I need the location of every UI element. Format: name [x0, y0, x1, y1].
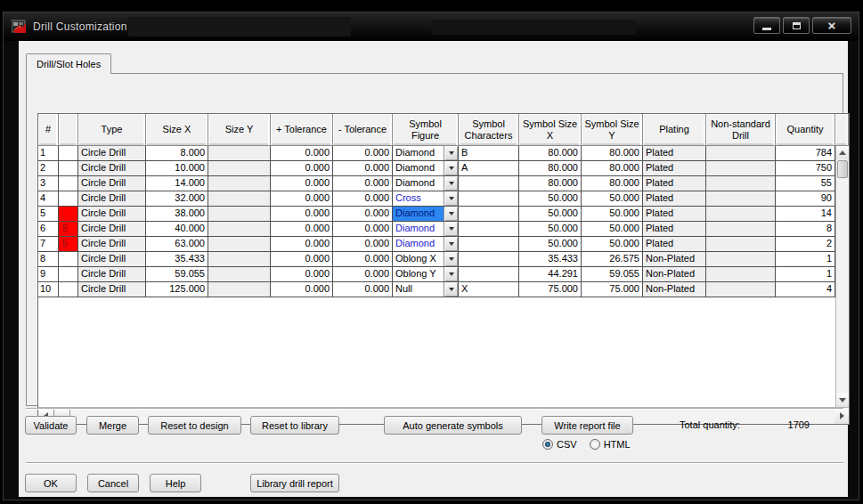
tab-drill-slot-holes[interactable]: Drill/Slot Holes: [26, 53, 111, 74]
cell-non_standard[interactable]: [706, 161, 776, 175]
cell-symbol_size_y[interactable]: 75.000: [582, 282, 643, 297]
cell-quantity[interactable]: 8: [776, 222, 835, 236]
maximize-button[interactable]: [783, 17, 810, 34]
cell-tol_minus[interactable]: 0.000: [333, 252, 393, 266]
cell-symbol_size_y[interactable]: 50.000: [582, 191, 643, 206]
cell-tol_minus[interactable]: 0.000: [333, 267, 393, 281]
cell-flag[interactable]: [59, 282, 78, 297]
vertical-scrollbar-thumb[interactable]: [837, 160, 848, 178]
cell-size_y[interactable]: [208, 267, 271, 281]
cell-tol_plus[interactable]: 0.000: [271, 222, 333, 236]
cell-tol_minus[interactable]: 0.000: [333, 161, 393, 175]
cell-type[interactable]: Circle Drill: [78, 237, 146, 251]
symbol-figure-value[interactable]: Oblong Y: [393, 267, 444, 281]
cell-tol_minus[interactable]: 0.000: [333, 146, 393, 160]
column-header-flag[interactable]: [59, 114, 78, 146]
cell-non_standard[interactable]: [706, 237, 776, 251]
vertical-scrollbar[interactable]: [835, 146, 849, 407]
cell-symbol_figure[interactable]: Null: [393, 282, 459, 297]
symbol-figure-dropdown[interactable]: [444, 176, 458, 191]
cell-symbol_size_x[interactable]: 35.433: [519, 252, 582, 266]
cell-symbol_chars[interactable]: [459, 207, 519, 221]
cell-type[interactable]: Circle Drill: [78, 161, 146, 175]
cell-symbol_size_x[interactable]: 50.000: [519, 237, 582, 251]
cell-tol_plus[interactable]: 0.000: [271, 161, 333, 175]
column-header-plating[interactable]: Plating: [643, 114, 706, 146]
cell-symbol_size_y[interactable]: 50.000: [582, 222, 643, 236]
cell-symbol_chars[interactable]: A: [459, 161, 519, 175]
cell-non_standard[interactable]: [706, 176, 776, 191]
radio-html[interactable]: HTML: [590, 439, 631, 450]
cell-symbol_size_y[interactable]: 80.000: [582, 146, 643, 160]
cell-tol_plus[interactable]: 0.000: [271, 252, 333, 266]
minimize-button[interactable]: [753, 17, 780, 34]
cell-plating[interactable]: Non-Plated: [643, 252, 706, 266]
cell-symbol_figure[interactable]: Oblong Y: [393, 267, 459, 281]
cell-symbol_figure[interactable]: Diamond: [393, 176, 459, 191]
symbol-figure-value[interactable]: Null: [393, 282, 444, 297]
symbol-figure-dropdown[interactable]: [444, 252, 458, 266]
cell-symbol_size_x[interactable]: 80.000: [519, 146, 582, 160]
cell-size_x[interactable]: 125.000: [146, 282, 208, 297]
cell-symbol_figure[interactable]: Diamond: [393, 146, 459, 160]
cell-plating[interactable]: Plated: [643, 207, 706, 221]
symbol-figure-value[interactable]: Diamond: [393, 237, 444, 251]
cell-flag[interactable]: 5: [59, 237, 78, 251]
column-header-size_x[interactable]: Size X: [146, 114, 208, 146]
write-report-file-button[interactable]: Write report file: [541, 416, 633, 435]
merge-button[interactable]: Merge: [86, 416, 139, 435]
cell-size_x[interactable]: 40.000: [146, 222, 208, 236]
symbol-figure-dropdown[interactable]: [444, 222, 458, 236]
cell-symbol_chars[interactable]: [459, 222, 519, 236]
cell-symbol_size_x[interactable]: 44.291: [519, 267, 582, 281]
cell-non_standard[interactable]: [706, 207, 776, 221]
cell-num[interactable]: 3: [38, 176, 59, 191]
cell-symbol_figure[interactable]: Oblong X: [393, 252, 459, 266]
cell-symbol_size_y[interactable]: 50.000: [582, 207, 643, 221]
symbol-figure-value[interactable]: Diamond: [393, 146, 444, 160]
library-drill-report-button[interactable]: Library drill report: [250, 474, 339, 492]
cell-tol_plus[interactable]: 0.000: [271, 282, 333, 297]
symbol-figure-value[interactable]: Oblong X: [393, 252, 444, 266]
cell-num[interactable]: 9: [38, 267, 59, 281]
column-header-tol_minus[interactable]: - Tolerance: [333, 114, 393, 146]
cell-tol_minus[interactable]: 0.000: [333, 237, 393, 251]
cell-size_y[interactable]: [208, 252, 271, 266]
cell-plating[interactable]: Plated: [643, 222, 706, 236]
cell-size_y[interactable]: [208, 176, 271, 191]
cell-tol_minus[interactable]: 0.000: [333, 282, 393, 297]
cell-symbol_size_y[interactable]: 80.000: [582, 161, 643, 175]
cell-non_standard[interactable]: [706, 222, 776, 236]
cell-non_standard[interactable]: [706, 191, 776, 206]
cell-flag[interactable]: [59, 207, 78, 221]
cell-symbol_figure[interactable]: Diamond: [393, 222, 459, 236]
cell-plating[interactable]: Plated: [643, 237, 706, 251]
cell-type[interactable]: Circle Drill: [78, 282, 146, 297]
help-button[interactable]: Help: [150, 474, 201, 492]
scroll-up-button[interactable]: [836, 146, 849, 159]
cell-symbol_size_x[interactable]: 75.000: [519, 282, 582, 297]
cell-quantity[interactable]: 14: [776, 207, 835, 221]
cell-size_x[interactable]: 35.433: [146, 252, 208, 266]
symbol-figure-dropdown[interactable]: [444, 282, 458, 297]
cell-plating[interactable]: Plated: [643, 176, 706, 191]
cell-symbol_size_x[interactable]: 50.000: [519, 207, 582, 221]
symbol-figure-dropdown[interactable]: [444, 267, 458, 281]
cell-tol_plus[interactable]: 0.000: [271, 267, 333, 281]
cell-tol_minus[interactable]: 0.000: [333, 191, 393, 206]
column-header-non_standard[interactable]: Non-standard Drill: [706, 114, 776, 146]
reset-to-design-button[interactable]: Reset to design: [148, 416, 241, 435]
cell-size_x[interactable]: 63.000: [146, 237, 208, 251]
cell-type[interactable]: Circle Drill: [78, 207, 146, 221]
cell-quantity[interactable]: 90: [776, 191, 835, 206]
column-header-symbol_size_x[interactable]: Symbol Size X: [519, 114, 582, 146]
column-header-tol_plus[interactable]: + Tolerance: [271, 114, 333, 146]
cell-quantity[interactable]: 784: [776, 146, 835, 160]
symbol-figure-dropdown[interactable]: [444, 237, 458, 251]
cell-symbol_chars[interactable]: [459, 191, 519, 206]
window-titlebar[interactable]: Drill Customization ×: [4, 12, 859, 41]
cell-tol_minus[interactable]: 0.000: [333, 207, 393, 221]
symbol-figure-dropdown[interactable]: [444, 146, 458, 160]
symbol-figure-value[interactable]: Diamond: [393, 176, 444, 191]
cell-size_y[interactable]: [208, 146, 271, 160]
